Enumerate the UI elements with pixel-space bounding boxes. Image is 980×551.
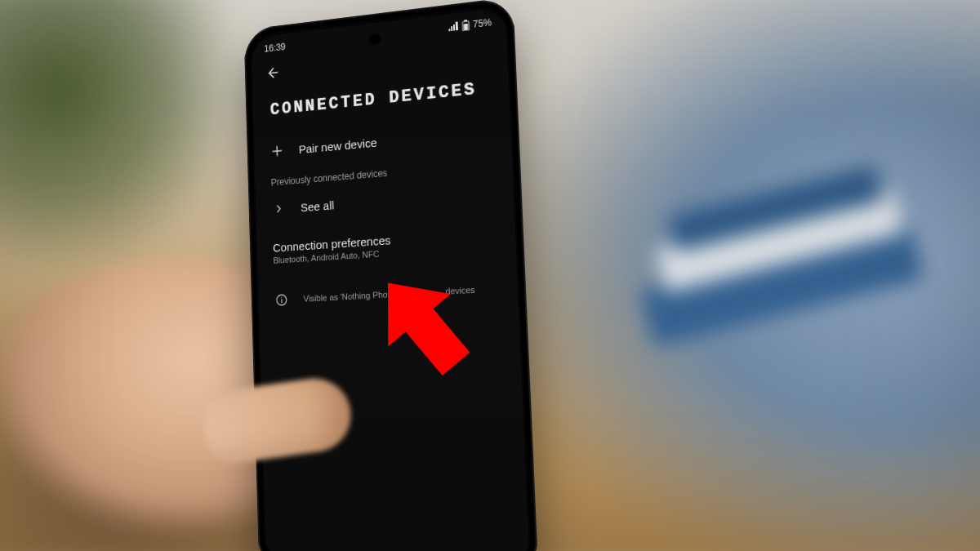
svg-point-8 (281, 297, 282, 298)
phone-screen: 16:39 75% (251, 7, 529, 551)
status-time: 16:39 (264, 42, 286, 55)
arrow-left-icon (266, 64, 281, 85)
svg-line-5 (273, 151, 282, 152)
phone: 16:39 75% (243, 0, 538, 551)
status-battery-pct: 75% (473, 17, 492, 30)
chevron-right-icon (271, 201, 286, 217)
see-all-label: See all (301, 198, 335, 214)
battery-icon (461, 20, 470, 32)
info-icon (274, 292, 289, 309)
visibility-text-pre: Visible as 'Nothing Phone ( (303, 289, 402, 304)
plus-icon (270, 143, 284, 159)
cellular-signal-icon (448, 21, 459, 32)
svg-rect-2 (464, 24, 468, 30)
pair-label: Pair new device (299, 136, 377, 156)
back-button[interactable] (261, 61, 285, 88)
settings-list: Pair new device Previously connected dev… (254, 111, 519, 320)
visibility-text-post: devices (445, 285, 475, 296)
